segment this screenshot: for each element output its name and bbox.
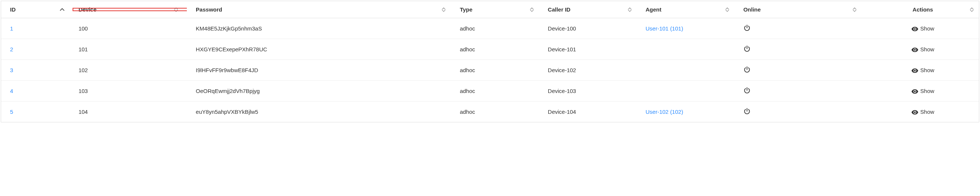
id-link[interactable]: 1 <box>10 25 13 32</box>
password-value: euY8yn5ahpVXBYkBjlw5 <box>196 109 258 115</box>
show-label: Show <box>920 46 935 52</box>
password-value: HXGYE9CExepePXhR78UC <box>196 46 267 52</box>
type-value: adhoc <box>460 67 475 73</box>
show-label: Show <box>920 109 935 115</box>
show-button[interactable]: Show <box>912 109 935 115</box>
id-link[interactable]: 3 <box>10 67 13 73</box>
sort-icon <box>853 8 856 12</box>
device-value: 104 <box>78 109 88 115</box>
header-online[interactable]: Online <box>734 1 862 18</box>
show-button[interactable]: Show <box>912 88 935 94</box>
type-value: adhoc <box>460 25 475 32</box>
table-row: 2101HXGYE9CExepePXhR78UCadhocDevice-101S… <box>1 39 979 60</box>
show-button[interactable]: Show <box>912 46 935 52</box>
device-value: 102 <box>78 67 88 73</box>
show-label: Show <box>920 67 935 73</box>
power-icon[interactable] <box>743 45 751 52</box>
header-callerid[interactable]: Caller ID <box>539 1 637 18</box>
device-value: 103 <box>78 88 88 94</box>
callerid-value: Device-102 <box>548 67 576 73</box>
sort-icon <box>725 8 729 12</box>
sort-icon <box>442 8 445 12</box>
header-callerid-label: Caller ID <box>548 6 571 13</box>
password-value: OeORqEwmjj2dVh7Bpjyg <box>196 88 260 94</box>
show-label: Show <box>920 25 935 32</box>
sort-icon <box>530 8 534 12</box>
password-value: KM48E5JzKjkGp5nhm3aS <box>196 25 262 32</box>
eye-icon <box>912 46 918 52</box>
show-label: Show <box>920 88 935 94</box>
power-icon[interactable] <box>743 24 751 32</box>
power-icon[interactable] <box>743 107 751 115</box>
id-link[interactable]: 4 <box>10 88 13 94</box>
callerid-value: Device-103 <box>548 88 576 94</box>
header-actions-label: Actions <box>913 6 933 13</box>
callerid-value: Device-101 <box>548 46 576 52</box>
password-value: I9lHFvFF9r9wbwE8F4JD <box>196 67 258 73</box>
sort-icon <box>174 8 178 12</box>
power-icon[interactable] <box>743 87 751 94</box>
type-value: adhoc <box>460 46 475 52</box>
eye-icon <box>912 67 918 73</box>
id-link[interactable]: 5 <box>10 109 13 115</box>
table-row: 4103OeORqEwmjj2dVh7BpjygadhocDevice-103S… <box>1 81 979 101</box>
header-agent-label: Agent <box>646 6 662 13</box>
table-row: 3102I9lHFvFF9r9wbwE8F4JDadhocDevice-102S… <box>1 60 979 81</box>
callerid-value: Device-100 <box>548 25 576 32</box>
header-id[interactable]: ID <box>1 1 70 18</box>
eye-icon <box>912 88 918 94</box>
devices-table: ID Device Password <box>1 1 979 122</box>
table-body: 1100KM48E5JzKjkGp5nhm3aSadhocDevice-100U… <box>1 18 979 122</box>
header-password-label: Password <box>196 6 222 13</box>
header-type-label: Type <box>460 6 473 13</box>
header-device-label: Device <box>78 6 96 13</box>
table-row: 5104euY8yn5ahpVXBYkBjlw5adhocDevice-104U… <box>1 101 979 122</box>
power-icon[interactable] <box>743 66 751 73</box>
type-value: adhoc <box>460 109 475 115</box>
show-button[interactable]: Show <box>912 25 935 32</box>
device-value: 100 <box>78 25 88 32</box>
eye-icon <box>912 25 918 32</box>
sort-icon <box>970 8 974 12</box>
header-id-label: ID <box>10 6 16 13</box>
type-value: adhoc <box>460 88 475 94</box>
agent-link[interactable]: User-102 (102) <box>646 109 683 115</box>
header-online-label: Online <box>743 6 761 13</box>
header-actions[interactable]: Actions <box>862 1 979 18</box>
header-agent[interactable]: Agent <box>637 1 735 18</box>
header-type[interactable]: Type <box>451 1 539 18</box>
device-value: 101 <box>78 46 88 52</box>
agent-link[interactable]: User-101 (101) <box>646 25 683 32</box>
id-link[interactable]: 2 <box>10 46 13 52</box>
header-password[interactable]: Password <box>187 1 451 18</box>
sort-asc-icon <box>60 8 64 11</box>
header-device[interactable]: Device <box>70 1 187 18</box>
eye-icon <box>912 109 918 115</box>
callerid-value: Device-104 <box>548 109 576 115</box>
show-button[interactable]: Show <box>912 67 935 73</box>
table-row: 1100KM48E5JzKjkGp5nhm3aSadhocDevice-100U… <box>1 18 979 39</box>
table-header: ID Device Password <box>1 1 979 18</box>
sort-icon <box>628 8 632 12</box>
